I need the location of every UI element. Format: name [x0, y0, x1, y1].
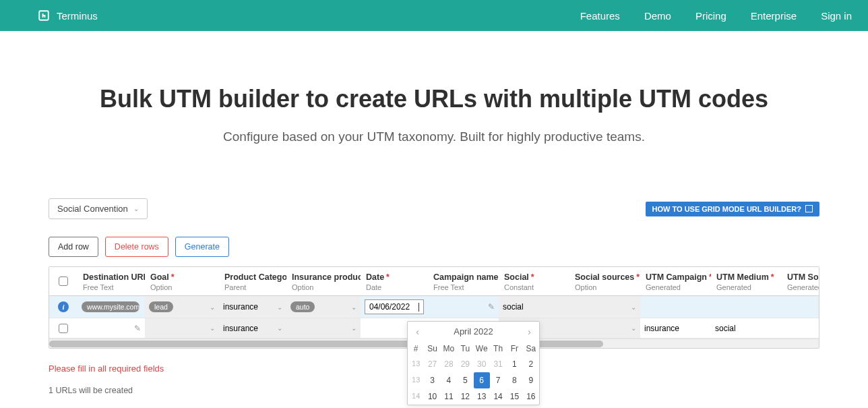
chevron-down-icon: ⌄ — [210, 324, 215, 332]
column-header: Social sources*Option — [569, 267, 640, 296]
nav-demo[interactable]: Demo — [644, 10, 671, 22]
datepicker-day[interactable]: 5 — [457, 372, 473, 388]
source-cell[interactable]: ⌄ — [569, 318, 640, 339]
nav-pricing[interactable]: Pricing — [695, 10, 726, 22]
goal-cell[interactable]: ⌄ — [145, 318, 219, 339]
chevron-down-icon: ⌄ — [277, 324, 282, 332]
datepicker-grid: #SuMoTuWeThFrSa1327282930311213345678914… — [408, 341, 539, 405]
chevron-down-icon: ⌄ — [277, 303, 282, 311]
hero: Bulk UTM builder to create URLs with mul… — [0, 31, 868, 171]
external-link-icon — [805, 205, 813, 212]
action-buttons: Add row Delete rows Generate — [49, 237, 819, 257]
datepicker-dow: # — [408, 341, 424, 356]
page-title: Bulk UTM builder to create URLs with mul… — [0, 85, 868, 113]
category-cell[interactable]: insurance⌄ — [219, 318, 286, 339]
pencil-icon: ✎ — [134, 324, 141, 333]
datepicker-day[interactable]: 28 — [441, 356, 457, 372]
help-button[interactable]: HOW TO USE GRID MODE URL BUILDER? — [646, 202, 819, 216]
datepicker-week-number: 13 — [408, 356, 424, 372]
select-all-checkbox[interactable] — [59, 276, 68, 286]
datepicker-day[interactable]: 1 — [506, 356, 522, 372]
delete-rows-button[interactable]: Delete rows — [105, 237, 168, 257]
category-cell[interactable]: insurance⌄ — [219, 296, 286, 318]
chevron-down-icon: ⌄ — [133, 205, 139, 212]
url-cell[interactable]: ✎ — [78, 318, 145, 339]
datepicker: ‹ April 2022 › #SuMoTuWeThFrSa1327282930… — [407, 321, 540, 405]
datepicker-prev[interactable]: ‹ — [413, 326, 422, 337]
utm-source-cell — [782, 318, 819, 339]
chevron-down-icon: ⌄ — [351, 324, 356, 332]
goal-cell[interactable]: lead⌄ — [145, 296, 219, 318]
header: Terminus Features Demo Pricing Enterpris… — [0, 0, 868, 31]
datepicker-dow: Su — [424, 341, 440, 356]
nav-features[interactable]: Features — [580, 10, 620, 22]
product-cell[interactable]: ⌄ — [286, 318, 361, 339]
utm-source-cell — [782, 296, 819, 318]
datepicker-day[interactable]: 11 — [441, 388, 457, 405]
datepicker-day[interactable]: 9 — [523, 372, 539, 388]
utm-campaign-cell — [640, 296, 711, 318]
brand-name: Terminus — [57, 10, 98, 22]
column-header: UTM Campaign*Generated — [640, 267, 711, 296]
pencil-icon: ✎ — [488, 302, 495, 312]
datepicker-header: ‹ April 2022 › — [408, 322, 539, 341]
datepicker-day[interactable]: 6 — [474, 372, 490, 388]
datepicker-day[interactable]: 14 — [490, 388, 506, 405]
nav-enterprise[interactable]: Enterprise — [751, 10, 797, 22]
datepicker-dow: Th — [490, 341, 506, 356]
generate-button[interactable]: Generate — [175, 237, 229, 257]
nav-signin[interactable]: Sign in — [821, 10, 852, 22]
campaign-cell[interactable]: ✎ — [428, 296, 499, 318]
social-cell[interactable]: social — [499, 296, 569, 318]
datepicker-day[interactable]: 15 — [506, 388, 522, 405]
nav: Features Demo Pricing Enterprise Sign in — [580, 10, 852, 22]
column-header: UTM SouGenerated — [782, 267, 819, 296]
datepicker-day[interactable]: 13 — [474, 388, 490, 405]
datepicker-day[interactable]: 10 — [424, 388, 440, 405]
info-icon[interactable]: i — [58, 301, 69, 312]
url-cell[interactable]: www.mysite.com/blog/a — [78, 296, 145, 318]
chevron-down-icon: ⌄ — [631, 303, 636, 311]
convention-label: Social Convention — [57, 204, 128, 214]
datepicker-day[interactable]: 12 — [457, 388, 473, 405]
datepicker-day[interactable]: 16 — [523, 388, 539, 405]
help-label: HOW TO USE GRID MODE URL BUILDER? — [652, 205, 801, 213]
datepicker-next[interactable]: › — [525, 326, 534, 337]
datepicker-day[interactable]: 30 — [474, 356, 490, 372]
convention-dropdown[interactable]: Social Convention ⌄ — [49, 198, 148, 219]
column-header: Campaign name*Free Text — [428, 267, 499, 296]
date-cell[interactable]: 04/06/2022 — [361, 296, 428, 318]
chevron-down-icon: ⌄ — [351, 303, 356, 311]
row-checkbox[interactable] — [59, 324, 68, 333]
utm-medium-cell — [711, 296, 782, 318]
utm-campaign-cell: insurance — [640, 318, 711, 339]
source-cell[interactable]: ⌄ — [569, 296, 640, 318]
add-row-button[interactable]: Add row — [49, 237, 98, 257]
datepicker-dow: We — [474, 341, 490, 356]
column-header: UTM Medium*Generated — [711, 267, 782, 296]
datepicker-day[interactable]: 2 — [523, 356, 539, 372]
product-cell[interactable]: auto⌄ — [286, 296, 361, 318]
datepicker-dow: Sa — [523, 341, 539, 356]
brand[interactable]: Terminus — [38, 9, 98, 22]
datepicker-day[interactable]: 8 — [506, 372, 522, 388]
datepicker-day[interactable]: 31 — [490, 356, 506, 372]
utm-medium-cell: social — [711, 318, 782, 339]
datepicker-day[interactable]: 29 — [457, 356, 473, 372]
datepicker-day[interactable]: 3 — [424, 372, 440, 388]
logo-icon — [38, 9, 50, 22]
date-input[interactable]: 04/06/2022 — [365, 299, 424, 314]
column-header: Social*Constant — [499, 267, 569, 296]
panel-top-row: Social Convention ⌄ HOW TO USE GRID MODE… — [49, 198, 819, 219]
datepicker-day[interactable]: 4 — [441, 372, 457, 388]
datepicker-title: April 2022 — [454, 326, 493, 337]
datepicker-day[interactable]: 27 — [424, 356, 440, 372]
column-header: Insurance productsOption — [286, 267, 361, 296]
datepicker-day[interactable]: 7 — [490, 372, 506, 388]
column-header: Destination URL*Free Text — [78, 267, 145, 296]
column-header: Goal*Option — [145, 267, 219, 296]
datepicker-dow: Mo — [441, 341, 457, 356]
chevron-down-icon: ⌄ — [631, 324, 636, 332]
column-header: Product Category*Parent — [219, 267, 286, 296]
datepicker-dow: Fr — [506, 341, 522, 356]
